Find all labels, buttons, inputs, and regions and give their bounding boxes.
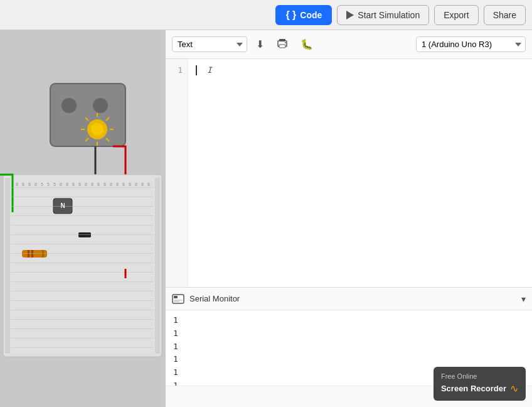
svg-text:8: 8 (66, 182, 68, 187)
svg-text:8: 8 (85, 182, 87, 187)
circuit-area: N (0, 30, 165, 407)
recorder-badge: Free Online Screen Recorder ∿ (434, 367, 526, 401)
code-button-label: Code (300, 10, 322, 20)
svg-rect-72 (174, 296, 178, 298)
svg-rect-69 (279, 45, 285, 48)
print-icon (277, 38, 288, 51)
svg-text:5: 5 (41, 182, 43, 187)
svg-text:8: 8 (147, 182, 150, 187)
svg-rect-37 (11, 291, 154, 291)
text-cursor (196, 65, 197, 75)
svg-rect-36 (11, 281, 154, 282)
main-area: N (0, 30, 532, 407)
debug-button[interactable]: 🐛 (297, 36, 317, 53)
serial-output-line: 1 (173, 340, 524, 354)
svg-point-2 (61, 98, 77, 113)
svg-text:5: 5 (53, 182, 56, 187)
cursor-line: I (196, 64, 524, 77)
svg-rect-42 (11, 338, 154, 339)
bug-icon: 🐛 (301, 38, 313, 50)
svg-text:8: 8 (28, 182, 31, 187)
cursor-indicator: I (207, 64, 212, 77)
svg-text:8: 8 (60, 182, 62, 187)
svg-point-3 (93, 98, 108, 113)
code-toolbar: Text Blocks C++ ⬇ 🐛 (166, 30, 532, 59)
svg-text:8: 8 (141, 182, 144, 187)
language-select[interactable]: Text Blocks C++ (172, 36, 247, 52)
download-button[interactable]: ⬇ (252, 36, 268, 53)
svg-point-70 (285, 42, 286, 43)
start-simulation-button[interactable]: Start Simulation (337, 5, 429, 25)
svg-rect-39 (11, 310, 154, 310)
download-icon: ⬇ (256, 38, 264, 50)
svg-rect-17 (155, 178, 160, 354)
svg-text:N: N (60, 202, 65, 209)
serial-monitor-dropdown-button[interactable]: ▾ (521, 294, 526, 304)
svg-text:8: 8 (129, 182, 131, 187)
serial-monitor-header: Serial Monitor ▾ (166, 288, 532, 310)
svg-text:8: 8 (78, 182, 81, 187)
svg-rect-34 (11, 263, 154, 263)
export-label: Export (444, 10, 469, 20)
svg-text:8: 8 (16, 182, 18, 187)
svg-rect-33 (11, 253, 154, 254)
circuit-panel: N (0, 30, 165, 407)
brackets-icon: { } (285, 9, 296, 21)
svg-rect-41 (11, 328, 154, 329)
recorder-badge-title: Free Online (441, 372, 518, 381)
svg-rect-1 (50, 84, 125, 146)
svg-rect-15 (3, 175, 162, 357)
svg-rect-38 (11, 300, 154, 301)
export-button[interactable]: Export (434, 5, 478, 25)
serial-output-line: 1 (173, 314, 524, 327)
svg-rect-30 (11, 225, 154, 225)
svg-rect-29 (11, 215, 154, 216)
svg-text:8: 8 (122, 182, 125, 187)
svg-text:8: 8 (72, 182, 75, 187)
svg-text:8: 8 (116, 182, 119, 187)
svg-text:8: 8 (104, 182, 106, 187)
recorder-badge-name: Screen Recorder (441, 383, 506, 394)
serial-output-line: 1 (173, 327, 524, 340)
svg-text:8: 8 (97, 182, 100, 187)
main-toolbar: { } Code Start Simulation Export Share (0, 0, 532, 30)
share-label: Share (493, 10, 516, 20)
recorder-wave-icon: ∿ (510, 382, 518, 396)
svg-text:5: 5 (47, 182, 50, 187)
serial-monitor-icon (172, 294, 184, 304)
svg-rect-67 (279, 39, 285, 41)
svg-rect-43 (11, 347, 154, 348)
svg-rect-32 (11, 244, 154, 244)
svg-rect-40 (11, 319, 154, 320)
play-icon (346, 11, 354, 19)
serial-monitor-title: Serial Monitor (189, 294, 240, 303)
svg-text:8: 8 (110, 182, 112, 187)
svg-rect-31 (11, 234, 154, 235)
svg-rect-16 (5, 178, 10, 354)
svg-text:8: 8 (91, 182, 93, 187)
svg-rect-28 (11, 206, 154, 207)
code-editor[interactable]: 1 I (166, 59, 532, 287)
serial-output-line: 1 (173, 353, 524, 366)
code-button[interactable]: { } Code (275, 5, 332, 25)
svg-rect-26 (11, 187, 154, 188)
code-content[interactable]: I (188, 59, 532, 287)
share-button[interactable]: Share (484, 5, 526, 25)
code-panel: Text Blocks C++ ⬇ 🐛 (165, 30, 532, 407)
svg-text:8: 8 (135, 182, 137, 187)
svg-rect-35 (11, 272, 154, 273)
svg-rect-27 (11, 197, 154, 197)
print-button[interactable] (273, 36, 292, 53)
line-numbers: 1 (166, 59, 188, 287)
start-simulation-label: Start Simulation (358, 10, 420, 20)
svg-point-5 (91, 123, 104, 136)
device-select[interactable]: 1 (Arduino Uno R3) 2 (Arduino Uno R3) (416, 36, 526, 52)
svg-text:8: 8 (22, 182, 24, 187)
svg-text:8: 8 (35, 182, 37, 187)
